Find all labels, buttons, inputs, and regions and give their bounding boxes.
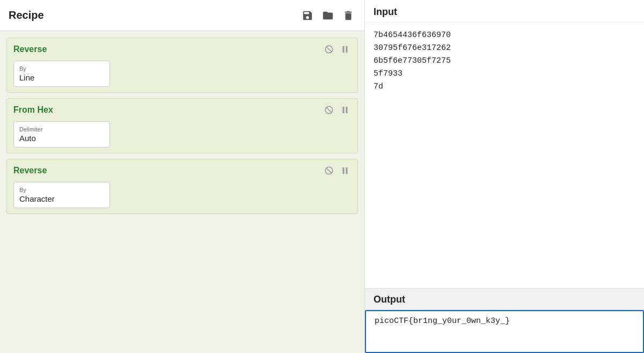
op-header-1: Reverse [13, 43, 351, 55]
op1-field-label: By [19, 65, 104, 72]
op-controls-2 [323, 104, 351, 116]
svg-rect-10 [343, 167, 345, 174]
op-title-1: Reverse [13, 45, 47, 54]
right-panel: Input 7b4654436f636970 30795f676e317262 … [365, 0, 644, 353]
delete-button[interactable] [341, 8, 356, 23]
output-header: Output [365, 289, 644, 310]
op3-field-value: Character [19, 194, 104, 203]
output-section: Output picoCTF{br1ng_y0ur_0wn_k3y_} [365, 289, 644, 353]
op1-field-value: Line [19, 73, 104, 82]
svg-rect-2 [343, 46, 345, 53]
svg-rect-7 [346, 107, 348, 113]
output-content[interactable]: picoCTF{br1ng_y0ur_0wn_k3y_} [365, 310, 644, 353]
svg-rect-6 [343, 107, 345, 113]
op3-field[interactable]: By Character [13, 182, 110, 208]
disable-op1-button[interactable] [323, 43, 335, 55]
recipe-toolbar [300, 8, 356, 23]
op-block-reverse-2: Reverse [6, 159, 358, 214]
op-header-3: Reverse [13, 165, 351, 176]
save-button[interactable] [300, 8, 315, 23]
op2-field[interactable]: Delimiter Auto [13, 121, 110, 148]
svg-line-9 [326, 168, 332, 174]
pause-op3-button[interactable] [339, 165, 351, 176]
input-section: Input 7b4654436f636970 30795f676e317262 … [365, 0, 644, 289]
disable-op2-button[interactable] [323, 104, 335, 116]
pause-op1-button[interactable] [339, 43, 351, 55]
op-header-2: From Hex [13, 104, 351, 116]
recipe-header: Recipe [0, 0, 364, 31]
op-title-2: From Hex [13, 105, 53, 115]
recipe-title: Recipe [9, 9, 44, 21]
open-button[interactable] [320, 8, 335, 23]
op2-field-value: Auto [19, 134, 104, 143]
pause-op2-button[interactable] [339, 104, 351, 116]
recipe-body: Reverse [0, 31, 364, 353]
input-header: Input [365, 0, 644, 23]
op-block-reverse-1: Reverse [6, 38, 358, 93]
svg-line-1 [326, 47, 332, 53]
recipe-panel: Recipe [0, 0, 365, 353]
op-controls-3 [323, 165, 351, 176]
op2-field-label: Delimiter [19, 126, 104, 133]
op1-field[interactable]: By Line [13, 61, 110, 87]
op-controls-1 [323, 43, 351, 55]
svg-rect-3 [346, 46, 348, 53]
disable-op3-button[interactable] [323, 165, 335, 176]
input-content[interactable]: 7b4654436f636970 30795f676e317262 6b5f6e… [365, 23, 644, 288]
op-block-fromhex: From Hex [6, 98, 358, 153]
op3-field-label: By [19, 187, 104, 193]
svg-line-5 [326, 107, 332, 113]
op-title-3: Reverse [13, 166, 47, 175]
svg-rect-11 [346, 167, 348, 174]
